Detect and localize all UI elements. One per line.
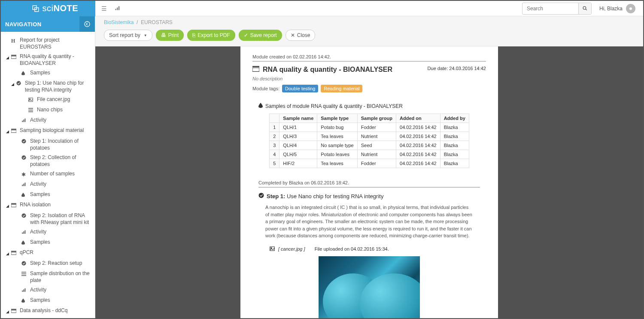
svg-rect-4 xyxy=(118,6,119,10)
report-page: Module created on 02.02.2016 14:42. RNA … xyxy=(240,46,498,318)
tree-item-1[interactable]: ◢RNA quality & quantity - BIOANALYSER xyxy=(3,52,92,68)
save-report-button[interactable]: ✓Save report xyxy=(239,30,282,41)
tree-item-17[interactable]: ◢qPCR xyxy=(3,248,92,258)
svg-point-7 xyxy=(85,21,90,27)
svg-rect-19 xyxy=(11,129,16,130)
table-cell: 04.02.2016 14:42 xyxy=(396,141,440,150)
print-button[interactable]: 🖶Print xyxy=(156,30,184,41)
table-cell: Tea leaves xyxy=(317,132,357,141)
tree-item-icon xyxy=(16,80,22,87)
tree-item-icon xyxy=(21,117,27,124)
breadcrumb: BioSistemika / EUROSTARS xyxy=(104,19,635,25)
tree-item-16[interactable]: Samples xyxy=(3,237,92,248)
logo[interactable]: sciNOTE xyxy=(0,1,95,16)
svg-rect-23 xyxy=(22,185,23,186)
tree-item-9[interactable]: Step 2: Collection of potatoes xyxy=(3,153,92,169)
table-cell: QLH/1 xyxy=(279,123,317,132)
svg-rect-2 xyxy=(115,9,116,10)
table-row: 1QLH/1Potato bugFodder04.02.2016 14:42Bl… xyxy=(270,123,469,132)
tree-item-label: Activity xyxy=(30,117,92,123)
user-greeting[interactable]: Hi, Blazka ☻ xyxy=(599,4,635,13)
svg-rect-20 xyxy=(11,130,16,133)
breadcrumb-project: EUROSTARS xyxy=(141,19,173,25)
table-cell: Seed xyxy=(357,141,396,150)
menu-icon[interactable]: ☰ xyxy=(101,5,107,12)
svg-rect-31 xyxy=(25,230,26,234)
breadcrumb-org[interactable]: BioSistemika xyxy=(104,19,134,25)
svg-point-22 xyxy=(21,155,26,160)
tree-item-15[interactable]: Activity xyxy=(3,227,92,237)
tree-item-2[interactable]: Samples xyxy=(3,68,92,78)
tree-item-label: RNA isolation xyxy=(20,201,92,208)
module-title: RNA quality & quantity - BIOANALYSER xyxy=(252,66,392,74)
export-pdf-button[interactable]: ⎘Export to PDF xyxy=(187,30,235,41)
svg-rect-27 xyxy=(11,205,16,207)
tree-item-23[interactable]: Step 1: Template for ddCq analysis xyxy=(3,316,92,318)
tree-item-12[interactable]: Samples xyxy=(3,190,92,200)
module-icon xyxy=(252,66,259,74)
table-row: 5HIF/2Tea leavesFodder04.02.2016 14:42Bl… xyxy=(270,159,469,168)
svg-rect-32 xyxy=(11,251,16,252)
tree-item-6[interactable]: Activity xyxy=(3,115,92,126)
tree-item-8[interactable]: Step 1: Inoculation of potatoes xyxy=(3,136,92,153)
tree-item-22[interactable]: ◢Data analysis - ddCq xyxy=(3,306,92,316)
tree-item-21[interactable]: Samples xyxy=(3,295,92,306)
tree-item-0[interactable]: HReport for project EUROSTARS xyxy=(3,35,92,52)
tree-item-icon xyxy=(21,138,27,145)
tree-item-icon xyxy=(28,107,34,114)
tree-item-icon xyxy=(21,271,27,278)
tree-item-icon xyxy=(21,261,27,267)
table-cell: Blazka xyxy=(440,150,469,159)
tag-double-testing: Double testing xyxy=(282,85,318,92)
svg-rect-30 xyxy=(23,231,24,234)
sort-button[interactable]: Sort report by▼ xyxy=(104,30,152,41)
tree-item-10[interactable]: ✱Number of samples xyxy=(3,169,92,179)
table-cell: 1 xyxy=(270,123,279,132)
tree-item-7[interactable]: ◢Sampling biological material xyxy=(3,126,92,136)
file-attachment: [ cancer.jpg ] File uploaded on 04.02.20… xyxy=(270,246,469,252)
tree-item-18[interactable]: Step 2: Reaction setup xyxy=(3,258,92,269)
tree-item-label: Activity xyxy=(30,181,92,187)
module-created: Module created on 02.02.2016 14:42. xyxy=(252,54,486,61)
svg-point-10 xyxy=(16,81,21,85)
tree-item-13[interactable]: ◢RNA isolation xyxy=(3,200,92,211)
tree-item-icon xyxy=(11,250,17,257)
tree-item-19[interactable]: Sample distribution on the plate xyxy=(3,269,92,285)
search-input[interactable] xyxy=(522,6,578,12)
svg-rect-17 xyxy=(23,120,24,122)
tree-item-label: Sampling biological material xyxy=(20,127,92,134)
tree-item-label: Step 2: Isolation of RNA with RNeasy pla… xyxy=(30,212,92,226)
protocols-icon[interactable] xyxy=(115,5,120,12)
table-cell: Fodder xyxy=(357,159,396,168)
print-icon: 🖶 xyxy=(161,32,166,38)
step-body: A nanochip is an integrated circuit ( IC… xyxy=(265,204,473,239)
table-cell: Blazka xyxy=(440,123,469,132)
tree-item-label: Number of samples xyxy=(30,170,92,177)
sidebar: NAVIGATION HReport for project EUROSTARS… xyxy=(1,16,95,318)
tree-item-20[interactable]: Activity xyxy=(3,285,92,295)
table-cell: Potato bug xyxy=(317,123,357,132)
tree-item-icon xyxy=(21,192,27,199)
tree-item-3[interactable]: ◢Step 1: Use Nano chip for testing RNA i… xyxy=(3,78,92,95)
nav-tree: HReport for project EUROSTARS◢RNA qualit… xyxy=(1,32,95,318)
table-cell: Blazka xyxy=(440,132,469,141)
tree-item-label: qPCR xyxy=(20,249,92,256)
table-cell: No sample type xyxy=(317,141,357,150)
tree-item-label: Samples xyxy=(30,191,92,198)
svg-line-6 xyxy=(586,9,587,10)
svg-rect-8 xyxy=(11,55,16,56)
svg-rect-18 xyxy=(25,119,26,122)
tree-item-11[interactable]: Activity xyxy=(3,179,92,190)
tree-item-5[interactable]: Nano chips xyxy=(3,105,92,115)
search-button[interactable] xyxy=(578,3,591,14)
svg-rect-24 xyxy=(23,184,24,186)
close-button[interactable]: ✕Close xyxy=(286,30,316,41)
nav-header-label: NAVIGATION xyxy=(5,21,42,28)
table-row: 4QLH/5Potato leavesNutrient04.02.2016 14… xyxy=(270,150,469,159)
tree-item-14[interactable]: Step 2: Isolation of RNA with RNeasy pla… xyxy=(3,211,92,227)
tree-item-4[interactable]: File cancer.jpg xyxy=(3,95,92,105)
collapse-icon[interactable] xyxy=(79,16,95,32)
module-description: No description xyxy=(252,76,486,81)
tree-item-label: Samples xyxy=(30,69,92,76)
svg-rect-15 xyxy=(28,111,33,112)
